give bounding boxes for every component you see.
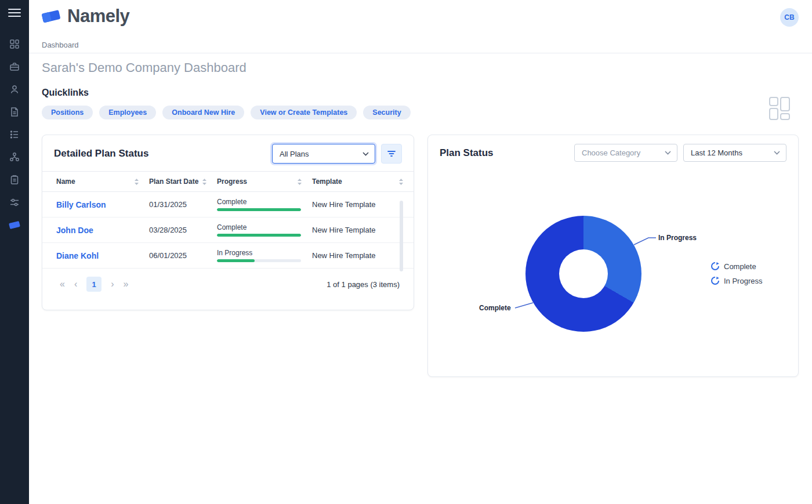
brand-name: Namely <box>67 6 129 27</box>
list-icon <box>9 129 20 140</box>
chart-legend: Complete In Progress <box>711 260 762 287</box>
donut-hole <box>559 249 608 298</box>
clipboard-icon <box>9 175 20 185</box>
quicklink-security[interactable]: Security <box>363 106 410 119</box>
plan-start-date: 06/01/2025 <box>149 251 217 260</box>
table-row: John Doe 03/28/2025 Complete New Hire Te… <box>42 217 414 243</box>
template-name: New Hire Template <box>312 251 414 260</box>
progress-circle-icon <box>711 277 719 285</box>
namely-flag-icon <box>8 219 21 231</box>
employee-link[interactable]: Diane Kohl <box>56 251 99 260</box>
quicklinks-heading: Quicklinks <box>42 88 89 98</box>
sidebar-item-reports[interactable] <box>0 168 29 191</box>
pagination: « ‹ 1 › » 1 of 1 pages (3 items) <box>42 269 414 292</box>
progress-bar <box>217 259 301 262</box>
person-icon <box>9 84 20 95</box>
quicklink-positions[interactable]: Positions <box>42 106 93 119</box>
pagination-next-button[interactable]: › <box>111 280 114 289</box>
filter-icon <box>387 150 396 158</box>
sidebar-item-tasks[interactable] <box>0 123 29 146</box>
namely-logo-icon <box>41 7 63 26</box>
progress-label: Complete <box>217 198 312 206</box>
pagination-first-button[interactable]: « <box>60 280 65 289</box>
briefcase-icon <box>9 61 20 72</box>
plan-status-card: Plan Status Choose Category Last 12 Mont… <box>427 135 799 377</box>
callout-complete: Complete <box>479 304 511 312</box>
sidebar <box>0 0 29 504</box>
pagination-prev-button[interactable]: ‹ <box>74 280 77 289</box>
sidebar-item-org[interactable] <box>0 146 29 168</box>
app-window: Namely CB Dashboard Sarah's Demo Company… <box>0 0 812 504</box>
hamburger-icon <box>8 8 21 17</box>
plan-status-title: Plan Status <box>440 147 494 159</box>
sort-icon <box>202 179 206 185</box>
quicklinks: Positions Employees Onboard New Hire Vie… <box>42 106 411 119</box>
progress-cell: In Progress <box>217 249 312 262</box>
detailed-plan-status-title: Detailed Plan Status <box>54 148 148 159</box>
plans-filter-select[interactable]: All Plans <box>272 144 375 164</box>
filter-button[interactable] <box>381 144 402 164</box>
column-header-template[interactable]: Template <box>312 177 414 186</box>
sidebar-item-jobs[interactable] <box>0 55 29 78</box>
progress-label: Complete <box>217 223 312 231</box>
employee-link[interactable]: John Doe <box>56 226 93 235</box>
template-name: New Hire Template <box>312 226 414 234</box>
legend-item-in-progress[interactable]: In Progress <box>711 274 762 287</box>
progress-cell: Complete <box>217 223 312 237</box>
column-header-progress[interactable]: Progress <box>217 177 312 186</box>
sidebar-item-namely-home[interactable] <box>0 213 29 236</box>
brand-logo[interactable]: Namely <box>41 6 129 27</box>
column-header-name[interactable]: Name <box>56 177 149 186</box>
plan-status-chart: In Progress Complete Complete In Progres… <box>428 169 798 372</box>
table-row: Diane Kohl 06/01/2025 In Progress New Hi… <box>42 243 414 269</box>
plan-start-date: 01/31/2025 <box>149 200 217 209</box>
sort-icon <box>135 179 139 185</box>
legend-item-complete[interactable]: Complete <box>711 260 762 273</box>
category-select[interactable]: Choose Category <box>574 144 677 162</box>
layout-widgets-icon <box>768 96 791 121</box>
people-group-icon <box>9 152 20 162</box>
sidebar-item-people[interactable] <box>0 78 29 100</box>
sidebar-item-documents[interactable] <box>0 100 29 123</box>
sidebar-item-workflows[interactable] <box>0 191 29 213</box>
pagination-page-1[interactable]: 1 <box>86 277 102 292</box>
dashboard-layout-button[interactable] <box>767 96 792 121</box>
user-avatar[interactable]: CB <box>780 8 799 27</box>
page-title: Sarah's Demo Company Dashboard <box>42 60 246 75</box>
table-header: Name Plan Start Date Progress Template <box>42 171 414 192</box>
table-scrollbar[interactable] <box>400 201 403 271</box>
detailed-plan-status-card: Detailed Plan Status All Plans Name Plan… <box>42 135 414 310</box>
plan-start-date: 03/28/2025 <box>149 226 217 234</box>
pagination-summary: 1 of 1 pages (3 items) <box>327 280 400 289</box>
table-row: Billy Carlson 01/31/2025 Complete New Hi… <box>42 192 414 217</box>
sliders-icon <box>9 197 20 208</box>
sidebar-item-dashboard[interactable] <box>0 32 29 55</box>
progress-bar <box>217 234 301 237</box>
chevron-down-icon <box>774 151 780 155</box>
pagination-last-button[interactable]: » <box>124 280 129 289</box>
quicklink-employees[interactable]: Employees <box>99 106 156 119</box>
quicklink-view-or-create-templates[interactable]: View or Create Templates <box>251 106 357 119</box>
plans-filter-value: All Plans <box>280 150 309 158</box>
chevron-down-icon <box>362 152 369 156</box>
employee-link[interactable]: Billy Carlson <box>56 200 106 209</box>
progress-label: In Progress <box>217 249 312 257</box>
breadcrumb-bar: Dashboard <box>29 38 812 53</box>
progress-bar <box>217 208 301 211</box>
chevron-down-icon <box>665 151 671 155</box>
category-select-value: Choose Category <box>582 148 640 157</box>
sort-icon <box>399 179 403 185</box>
date-range-value: Last 12 Months <box>691 148 742 157</box>
progress-circle-icon <box>711 262 719 270</box>
breadcrumb[interactable]: Dashboard <box>42 41 79 49</box>
template-name: New Hire Template <box>312 200 414 209</box>
date-range-select[interactable]: Last 12 Months <box>683 144 786 162</box>
sort-icon <box>298 179 302 185</box>
donut-chart[interactable] <box>525 216 641 332</box>
hamburger-menu-button[interactable] <box>0 0 29 26</box>
progress-cell: Complete <box>217 198 312 211</box>
column-header-plan-start-date[interactable]: Plan Start Date <box>149 177 217 186</box>
document-icon <box>9 107 20 117</box>
quicklink-onboard-new-hire[interactable]: Onboard New Hire <box>162 106 244 119</box>
callout-in-progress: In Progress <box>658 234 697 242</box>
